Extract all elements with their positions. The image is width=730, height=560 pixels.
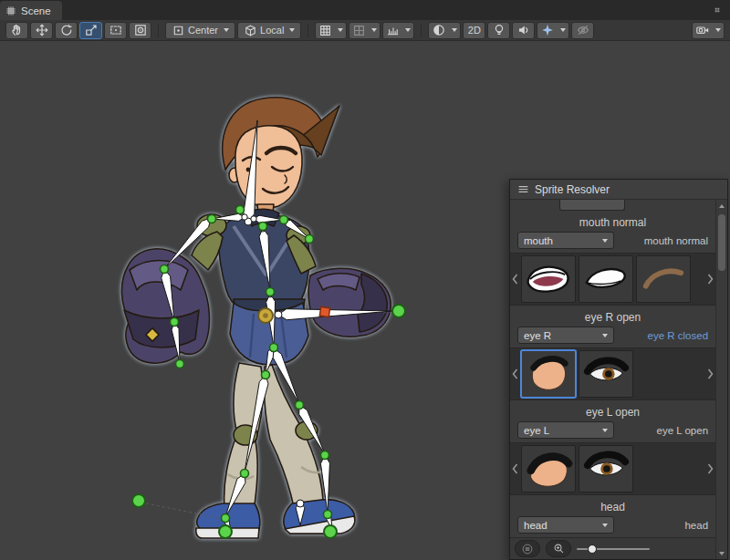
toolbar-separator — [158, 24, 159, 37]
panel-bottom-bar — [510, 537, 715, 559]
sprite-thumb-eye-r-open[interactable] — [579, 350, 633, 398]
pivot-icon — [172, 24, 185, 37]
unity-scene-window: Scene Center — [0, 0, 730, 560]
dropdown-caret-icon — [602, 239, 608, 243]
scale-icon — [84, 23, 99, 37]
sprite-strip-eye-r — [510, 347, 715, 400]
section-header-head: head — [510, 501, 715, 513]
rotate-icon — [59, 23, 74, 37]
category-dropdown-eye-r[interactable]: eye R — [517, 327, 614, 344]
grid-visual-icon — [352, 24, 366, 37]
toolbar-separator — [308, 24, 308, 37]
chevron-right-icon[interactable] — [707, 463, 714, 474]
current-sprite-label-head: head — [684, 520, 708, 531]
sprite-thumb-mouth-3[interactable] — [636, 255, 691, 303]
triangle-down-icon — [719, 552, 725, 555]
dropdown-caret-icon — [452, 28, 457, 32]
audio-toggle-button[interactable] — [512, 22, 535, 39]
grid-snap-dropdown[interactable] — [315, 22, 347, 39]
sprite-resolver-titlebar[interactable]: Sprite Resolver — [510, 180, 727, 200]
sprite-resolver-panel: Sprite Resolver mouth normal mouth mouth… — [509, 179, 728, 560]
orientation-dropdown[interactable]: Local — [237, 22, 301, 39]
sprite-resolver-content: mouth normal mouth mouth normal — [510, 200, 715, 559]
scroll-down-button[interactable] — [716, 547, 727, 559]
hand-icon — [10, 23, 25, 37]
dropdown-caret-icon — [715, 28, 721, 32]
section-header-mouth: mouth normal — [510, 216, 715, 229]
category-label: eye R — [524, 330, 551, 341]
chevron-left-icon[interactable] — [512, 274, 518, 285]
tab-options-icon[interactable] — [709, 3, 725, 17]
menu-icon — [522, 544, 533, 555]
camera-icon — [695, 23, 710, 37]
scale-tool-button[interactable] — [79, 22, 102, 39]
panel-scrollbar[interactable] — [715, 200, 727, 559]
category-label: eye L — [524, 425, 549, 436]
thumbnail-zoom-slider[interactable] — [577, 544, 650, 555]
section-header-eye-r: eye R open — [510, 311, 715, 324]
category-label: head — [524, 520, 548, 531]
visibility-icon — [576, 23, 590, 37]
rotate-tool-button[interactable] — [55, 22, 78, 39]
chevron-left-icon[interactable] — [512, 463, 518, 474]
category-label: mouth — [524, 235, 553, 246]
effects-icon — [540, 23, 555, 37]
pivot-mode-label: Center — [188, 25, 218, 36]
2d-label: 2D — [468, 25, 481, 36]
camera-settings-dropdown[interactable] — [692, 22, 725, 39]
sprite-strip-eye-l — [510, 442, 715, 495]
dropdown-caret-icon — [602, 524, 608, 527]
dropdown-caret-icon — [602, 334, 608, 337]
hand-tool-button[interactable] — [5, 22, 28, 39]
sprite-thumb-eye-l-brow[interactable] — [521, 445, 576, 493]
light-icon — [492, 23, 506, 37]
root-pivot-gizmo[interactable] — [258, 308, 273, 323]
category-dropdown-head[interactable]: head — [517, 516, 614, 534]
chevron-right-icon[interactable] — [707, 368, 714, 379]
pivot-mode-dropdown[interactable]: Center — [165, 22, 235, 39]
scene-visibility-button[interactable] — [571, 22, 594, 39]
category-dropdown-mouth[interactable]: mouth — [517, 232, 614, 249]
scrollbar-thumb[interactable] — [718, 214, 725, 271]
scene-tab-label: Scene — [21, 5, 51, 16]
partial-dropdown[interactable] — [559, 200, 625, 211]
scroll-up-button[interactable] — [716, 200, 727, 212]
zoom-button[interactable] — [546, 540, 571, 557]
snap-increment-dropdown[interactable] — [382, 22, 414, 39]
move-tool-button[interactable] — [30, 22, 53, 39]
resolver-menu-button[interactable] — [515, 540, 540, 557]
dropdown-caret-icon — [602, 429, 608, 432]
selected-bone-marker[interactable] — [319, 306, 329, 316]
dropdown-caret-icon — [371, 28, 377, 32]
rect-tool-button[interactable] — [104, 22, 127, 39]
shading-mode-dropdown[interactable] — [428, 22, 461, 39]
toggle-2d-button[interactable]: 2D — [463, 22, 485, 39]
move-icon — [35, 23, 49, 37]
cube-icon — [244, 24, 257, 37]
scene-grid-icon — [5, 5, 16, 16]
sprite-thumb-eye-r-closed[interactable] — [521, 350, 576, 398]
triangle-up-icon — [719, 204, 725, 208]
snap-increment-icon — [386, 24, 400, 37]
effects-dropdown[interactable] — [537, 22, 569, 39]
dropdown-caret-icon — [224, 28, 229, 32]
chevron-right-icon[interactable] — [707, 274, 714, 285]
sprite-thumb-mouth-2[interactable] — [579, 255, 633, 303]
current-sprite-label-mouth: mouth normal — [644, 235, 708, 246]
slider-handle[interactable] — [588, 544, 597, 554]
menu-icon — [517, 183, 529, 195]
transform-tool-button[interactable] — [129, 22, 151, 39]
category-dropdown-eye-l[interactable]: eye L — [517, 421, 614, 439]
current-sprite-label-eye-r[interactable]: eye R closed — [648, 330, 708, 341]
sprite-thumb-eye-l-open[interactable] — [579, 445, 633, 493]
grid-visual-dropdown[interactable] — [349, 22, 381, 39]
lighting-toggle-button[interactable] — [487, 22, 510, 39]
chevron-left-icon[interactable] — [512, 368, 518, 379]
transform-icon — [133, 23, 148, 37]
tab-scene[interactable]: Scene — [0, 1, 62, 20]
sprite-thumb-mouth-1[interactable] — [521, 255, 576, 303]
panel-title: Sprite Resolver — [535, 183, 610, 196]
tab-bar: Scene — [0, 0, 730, 21]
shading-mode-icon — [432, 23, 446, 37]
dropdown-caret-icon — [289, 28, 295, 32]
